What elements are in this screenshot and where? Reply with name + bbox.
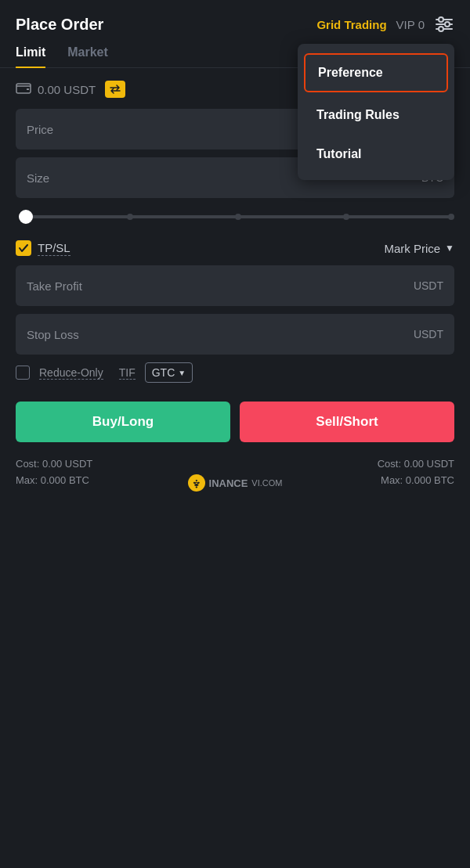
svg-point-5 bbox=[439, 27, 443, 31]
tab-limit[interactable]: Limit bbox=[16, 45, 45, 67]
brand-text: INANCE bbox=[209, 477, 248, 489]
cost-right: Cost: 0.00 USDT bbox=[378, 458, 454, 470]
max-left: Max: 0.000 BTC bbox=[16, 474, 89, 492]
tif-label: TIF bbox=[119, 366, 136, 380]
max-row: Max: 0.000 BTC B INANCE VI.COM Max: 0.00… bbox=[16, 474, 454, 492]
svg-rect-7 bbox=[27, 88, 29, 90]
balance-amount: 0.00 USDT bbox=[38, 83, 96, 96]
slider-dot-75 bbox=[343, 214, 349, 220]
binance-coin-icon: B bbox=[188, 474, 205, 492]
dropdown-item-trading-rules[interactable]: Trading Rules bbox=[298, 95, 454, 135]
header-right: Grid Trading VIP 0 bbox=[316, 14, 454, 34]
dropdown-menu: Preference Trading Rules Tutorial bbox=[298, 44, 454, 180]
dropdown-item-tutorial[interactable]: Tutorial bbox=[298, 135, 454, 174]
slider-dot-100 bbox=[448, 214, 454, 220]
tab-market[interactable]: Market bbox=[67, 45, 108, 67]
settings-icon[interactable] bbox=[434, 14, 454, 34]
sell-short-button[interactable]: Sell/Short bbox=[240, 402, 454, 442]
buy-long-button[interactable]: Buy/Long bbox=[16, 402, 230, 442]
take-profit-label: Take Profit bbox=[27, 279, 409, 293]
gtc-chevron-icon: ▼ bbox=[178, 369, 186, 377]
reduce-only-checkbox[interactable] bbox=[16, 366, 30, 380]
slider-dot-25 bbox=[127, 214, 133, 220]
slider-thumb[interactable] bbox=[19, 210, 33, 224]
take-profit-unit: USDT bbox=[414, 279, 443, 292]
stop-loss-unit: USDT bbox=[414, 328, 443, 340]
svg-point-3 bbox=[439, 17, 443, 22]
action-buttons: Buy/Long Sell/Short bbox=[16, 402, 454, 442]
tpsl-checkbox[interactable] bbox=[16, 240, 31, 256]
trigger-price-select[interactable]: Mark Price ▼ bbox=[384, 242, 454, 255]
reduce-only-label: Reduce-Only bbox=[39, 366, 103, 380]
tif-select[interactable]: GTC ▼ bbox=[145, 362, 193, 383]
brand-suffix: VI.COM bbox=[251, 478, 282, 488]
svg-point-4 bbox=[445, 22, 450, 27]
max-right: Max: 0.000 BTC bbox=[381, 474, 454, 492]
position-slider[interactable] bbox=[16, 206, 454, 228]
mark-price-text: Mark Price bbox=[384, 242, 440, 255]
grid-trading-label[interactable]: Grid Trading bbox=[316, 18, 386, 31]
cost-row: Cost: 0.00 USDT Cost: 0.00 USDT bbox=[16, 458, 454, 470]
slider-dot-50 bbox=[235, 214, 241, 220]
price-label: Price bbox=[27, 123, 324, 136]
vip-label: VIP 0 bbox=[396, 18, 425, 31]
stop-loss-label: Stop Loss bbox=[27, 328, 409, 341]
header: Place Order Grid Trading VIP 0 bbox=[0, 0, 470, 45]
page-title: Place Order bbox=[16, 16, 103, 34]
footer-brand-area: B INANCE VI.COM bbox=[188, 474, 283, 492]
svg-text:B: B bbox=[194, 481, 199, 488]
tpsl-row: TP/SL Mark Price ▼ bbox=[16, 240, 454, 256]
cost-left: Cost: 0.00 USDT bbox=[16, 458, 92, 470]
stop-loss-input[interactable]: Stop Loss USDT bbox=[16, 314, 454, 355]
chevron-down-icon: ▼ bbox=[445, 243, 454, 254]
dropdown-item-preference[interactable]: Preference bbox=[304, 53, 448, 92]
slider-track[interactable] bbox=[19, 215, 451, 218]
order-tabs: Limit Market bbox=[16, 45, 108, 67]
take-profit-input[interactable]: Take Profit USDT bbox=[16, 265, 454, 306]
tpsl-label: TP/SL bbox=[38, 241, 70, 256]
transfer-button[interactable] bbox=[105, 81, 125, 98]
wallet-icon bbox=[16, 81, 31, 98]
reduce-tif-row: Reduce-Only TIF GTC ▼ bbox=[16, 362, 454, 383]
tif-value: GTC bbox=[152, 366, 175, 379]
